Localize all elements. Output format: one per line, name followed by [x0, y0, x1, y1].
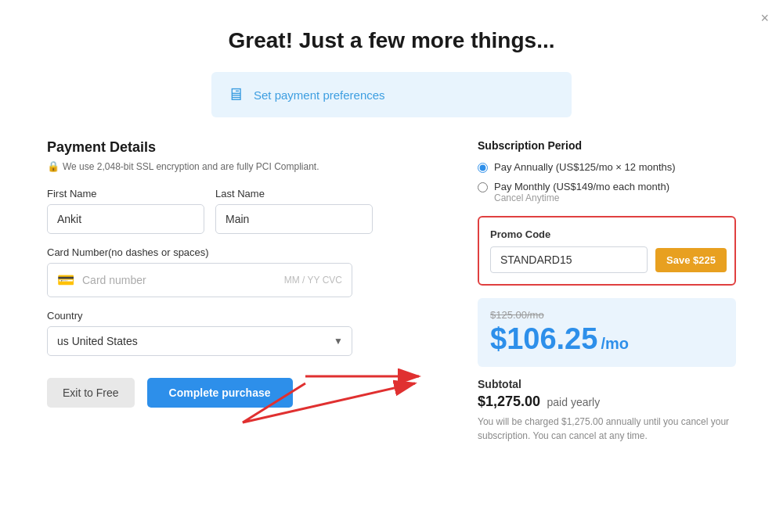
subscription-period-title: Subscription Period — [478, 139, 736, 152]
subtotal-note: You will be charged $1,275.00 annually u… — [478, 415, 736, 443]
card-date-cvc-placeholder: MM / YY CVC — [284, 275, 342, 286]
right-panel: Subscription Period Pay Annually (US$125… — [478, 139, 736, 443]
pay-annually-label: Pay Annually (US$125/mo × 12 months) — [494, 161, 676, 173]
price-display-box: $125.00/mo $106.25 /mo — [478, 298, 736, 367]
complete-purchase-button[interactable]: Complete purchase — [147, 378, 293, 408]
pay-monthly-radio[interactable] — [478, 182, 488, 192]
subtotal-amount: $1,275.00 — [478, 394, 540, 409]
pay-annually-radio[interactable] — [478, 163, 488, 173]
new-price: $106.25 — [490, 322, 597, 356]
first-name-label: First Name — [47, 188, 204, 200]
first-name-input[interactable] — [47, 204, 204, 234]
credit-card-icon: 💳 — [57, 271, 74, 289]
promo-code-box: Promo Code Save $225 — [478, 216, 736, 286]
cancel-anytime-text: Cancel Anytime — [494, 192, 669, 203]
card-number-placeholder: Card number — [82, 274, 276, 286]
first-name-group: First Name — [47, 188, 204, 234]
subtotal-row: $1,275.00 paid yearly — [478, 394, 736, 410]
old-price: $125.00/mo — [490, 309, 723, 321]
pay-monthly-label: Pay Monthly (US$149/mo each month) — [494, 181, 669, 192]
exit-to-free-button[interactable]: Exit to Free — [47, 378, 135, 408]
card-number-label: Card Number(no dashes or spaces) — [47, 246, 352, 258]
pay-monthly-option[interactable]: Pay Monthly (US$149/mo each month) Cance… — [478, 181, 736, 203]
card-number-input-wrapper[interactable]: 💳 Card number MM / YY CVC — [47, 263, 352, 297]
promo-input-row: Save $225 — [490, 246, 723, 273]
promo-code-input[interactable] — [490, 246, 648, 273]
last-name-label: Last Name — [215, 188, 373, 200]
last-name-group: Last Name — [215, 188, 373, 234]
ssl-note: 🔒 We use 2,048-bit SSL encryption and ar… — [47, 160, 352, 172]
left-panel: Payment Details 🔒 We use 2,048-bit SSL e… — [47, 139, 352, 443]
subtotal-freq: paid yearly — [547, 396, 601, 408]
payment-banner: 🖥 Set payment preferences — [211, 72, 572, 117]
payment-banner-text: Set payment preferences — [254, 88, 385, 102]
name-row: First Name Last Name — [47, 188, 352, 234]
payment-details-title: Payment Details — [47, 139, 352, 156]
pay-annually-option[interactable]: Pay Annually (US$125/mo × 12 months) — [478, 161, 736, 173]
save-promo-button[interactable]: Save $225 — [655, 248, 727, 272]
card-number-group: Card Number(no dashes or spaces) 💳 Card … — [47, 246, 352, 297]
country-label: Country — [47, 310, 352, 322]
form-buttons: Exit to Free Complete purchase — [47, 378, 352, 408]
page-title: Great! Just a few more things... — [0, 28, 783, 53]
payment-preferences-icon: 🖥 — [227, 84, 244, 105]
close-button[interactable]: × — [760, 11, 769, 25]
ssl-note-text: We use 2,048-bit SSL encryption and are … — [63, 161, 319, 172]
page-header: Great! Just a few more things... — [0, 0, 783, 72]
country-select-wrapper: us United States Canada United Kingdom ▼ — [47, 326, 352, 356]
subtotal-title: Subtotal — [478, 378, 736, 390]
new-price-row: $106.25 /mo — [490, 322, 723, 356]
main-content: Payment Details 🔒 We use 2,048-bit SSL e… — [0, 139, 783, 443]
promo-code-label: Promo Code — [490, 228, 723, 240]
per-mo: /mo — [601, 335, 629, 353]
last-name-input[interactable] — [215, 204, 373, 234]
country-group: Country us United States Canada United K… — [47, 310, 352, 356]
country-select[interactable]: us United States Canada United Kingdom — [47, 326, 352, 356]
lock-icon: 🔒 — [47, 160, 60, 172]
